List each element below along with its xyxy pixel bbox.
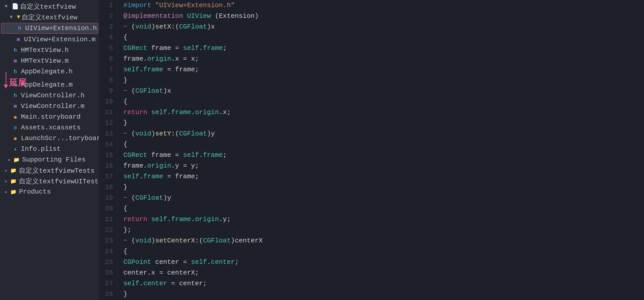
root-file-icon: 📄 [12,3,19,10]
token-kw-self: origin [195,215,219,223]
token-kw-white: = frame; [163,173,199,180]
code-line: { [123,96,644,107]
line-number: 10 [99,96,113,107]
token-kw-white: )y [163,194,171,202]
root-label: 自定义textfview [20,2,76,11]
token-kw-cyan: center [211,258,235,266]
token-kw-white: ) [151,23,155,31]
sidebar-item-tests[interactable]: ▶ 📁 自定义textfviewTests [0,165,99,176]
line-number: 25 [99,257,113,267]
code-line: self.frame = frame; [123,171,644,182]
sidebar-item-assets[interactable]: ⊞ Assets.xcassets [0,122,99,133]
token-kw-white: }; [123,226,131,234]
token-kw-self: self [183,44,199,52]
token-kw-white: { [123,34,127,41]
line-number: 15 [99,150,113,160]
storyboard-icon: ◉ [11,114,19,120]
code-line: { [123,203,644,214]
token-kw-white: } [123,290,127,298]
line-number: 6 [99,53,113,64]
sidebar-item-main-storyboard[interactable]: ◉ Main.storyboard [0,112,99,122]
line-number: 8 [99,75,113,86]
token-kw-cyan: CGFloat [179,130,207,138]
token-kw-cyan: CGRect [123,44,147,52]
line-number: 20 [99,203,113,214]
token-kw-yellow: setY: [155,130,175,138]
file-label: UIView+Extension.h [25,24,97,32]
sidebar-item-products[interactable]: ▶ 📁 Products [0,186,99,197]
token-kw-pink: − [123,130,127,138]
folder-arrow: ▶ [5,179,7,183]
token-kw-white: . [199,151,203,159]
sidebar-item-appdelegate-m[interactable]: m AppDelegate.m [0,79,99,90]
token-kw-white: } [123,76,127,84]
folder-label: 自定义textfviewTests [19,166,94,175]
file-label: ViewController.m [21,102,85,110]
token-kw-white: . [139,66,143,73]
token-kw-cyan: CGFloat [179,23,207,31]
line-number: 7 [99,64,113,75]
sidebar-item-root-label[interactable]: ▼ 📄 自定义textfview [0,1,99,12]
token-kw-white: .x = x; [171,55,199,63]
token-kw-yellow: setX: [155,23,175,31]
sidebar-item-ui-tests[interactable]: ▶ 📁 自定义textfviewUITests [0,176,99,186]
token-kw-white: ) [151,237,155,244]
sidebar-item-viewcontroller-m[interactable]: m ViewController.m [0,101,99,112]
sidebar-item-appdelegate-h[interactable]: h AppDelegate.h [0,66,99,77]
folder-icon: 📁 [9,189,17,195]
folder-icon: 📁 [12,157,20,163]
token-kw-white: ( [127,23,135,31]
code-editor: 1234567891011121314151617181920212223242… [99,0,644,300]
line-number: 27 [99,278,113,289]
token-kw-white [183,12,187,20]
folder-icon: 📁 [9,167,17,174]
token-kw-cyan: void [135,130,151,138]
line-number: 4 [99,32,113,43]
token-kw-white: ( [175,23,179,31]
h-file-icon: h [11,69,19,75]
folder-icon: 📁 [9,178,17,184]
token-kw-white: { [123,141,127,148]
token-kw-pink: − [123,237,127,244]
m-file-icon: m [11,103,19,109]
token-kw-impl: @implementation [123,12,183,20]
token-kw-white: . [139,173,143,180]
token-kw-white: . [167,108,171,116]
sidebar-item-launchscr[interactable]: ◉ LaunchScr...toryboard [0,133,99,144]
token-kw-cyan: frame [171,215,191,223]
token-kw-white: = frame; [163,66,199,73]
sidebar-item-uiview-h[interactable]: h UIView+Extension.h [1,23,98,34]
line-number: 26 [99,267,113,278]
token-kw-cyan: frame [203,44,223,52]
token-kw-cyan: center [143,280,167,287]
token-kw-pink: return [123,108,147,116]
file-label: Assets.xcassets [21,124,81,131]
token-kw-white: )centerX [231,237,263,244]
sidebar-item-hmtextview-m[interactable]: m HMTextView.m [0,56,99,66]
assets-icon: ⊞ [11,125,19,131]
token-kw-white: frame = [147,44,183,52]
sidebar-item-hmtextview-h[interactable]: h HMTextView.h [0,45,99,56]
sidebar-item-info-plist[interactable]: ✦ Info.plist [0,144,99,154]
group-collapse-icon: ▼ [7,14,15,20]
sidebar-item-supporting-files[interactable]: ▶ 📁 Supporting Files [0,154,99,165]
code-line: } [123,182,644,193]
token-kw-white [147,108,151,116]
sidebar-item-uiview-m[interactable]: m UIView+Extension.m [0,34,99,45]
code-line: − (void)setX:(CGFloat)x [123,21,644,32]
line-number: 2 [99,11,113,21]
sidebar-item-root-group[interactable]: ▼ ▼ 自定义textfview [0,12,99,22]
folder-arrow: ▶ [5,168,7,173]
token-kw-white: ( [175,130,179,138]
line-number: 21 [99,214,113,225]
token-kw-white: . [191,215,195,223]
token-kw-white: . [167,215,171,223]
token-kw-white: { [123,248,127,255]
code-content[interactable]: #import "UIView+Extension.h"@implementat… [117,0,644,300]
token-kw-white: )x [163,87,171,95]
file-label: AppDelegate.m [21,81,73,89]
token-kw-self: self [151,108,167,116]
code-line: { [123,139,644,150]
sidebar-item-viewcontroller-h[interactable]: h ViewController.h [0,90,99,101]
code-line: self.center = center; [123,278,644,289]
